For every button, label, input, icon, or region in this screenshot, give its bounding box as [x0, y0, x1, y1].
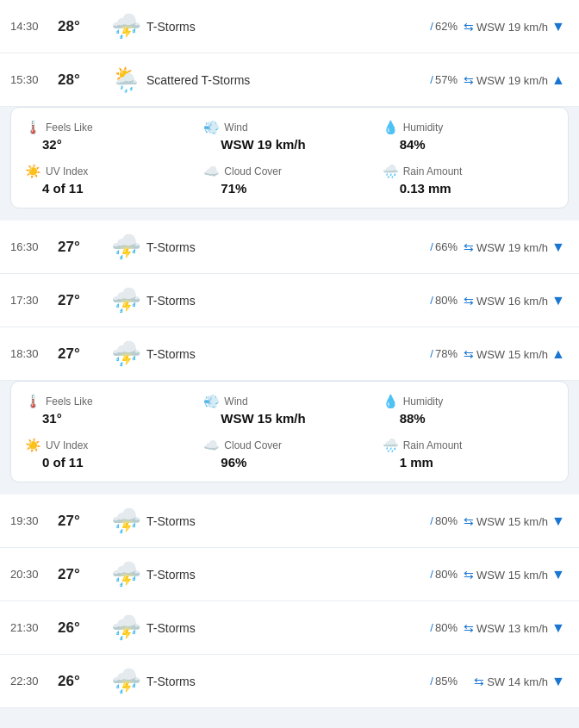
row-temp: 27°: [58, 345, 105, 363]
weather-row[interactable]: 17:30 27° ⛈️ T-Storms /80% ⇆WSW 16 km/h …: [0, 274, 579, 327]
rain-icon: 🌧️: [383, 164, 399, 179]
weather-row[interactable]: 19:30 27° ⛈️ T-Storms /80% ⇆WSW 15 km/h …: [0, 495, 579, 548]
wind-icon: ⇆: [464, 621, 474, 635]
row-temp: 26°: [58, 673, 105, 690]
row-time: 21:30: [10, 621, 58, 634]
precip-slash-icon: /: [430, 347, 433, 360]
weather-row[interactable]: 18:30 27° ⛈️ T-Storms /78% ⇆WSW 15 km/h …: [0, 327, 579, 381]
row-wind: ⇆WSW 19 km/h: [458, 240, 548, 254]
row-precip: /80%: [413, 621, 458, 634]
wind-detail-icon: 💨: [203, 120, 220, 135]
rain-label: 🌧️ Rain Amount: [383, 164, 554, 179]
humidity-item: 💧 Humidity 84%: [383, 120, 554, 152]
wind-icon: ⇆: [474, 675, 484, 688]
uv-icon: ☀️: [25, 164, 41, 179]
humidity-icon: 💧: [383, 120, 399, 135]
wind-item: 💨 Wind WSW 15 km/h: [203, 394, 375, 426]
rain-label: 🌧️ Rain Amount: [383, 438, 554, 453]
wind-icon: ⇆: [464, 514, 474, 528]
wind-item: 💨 Wind WSW 19 km/h: [203, 120, 375, 152]
row-time: 14:30: [10, 20, 58, 33]
row-precip: /66%: [413, 240, 458, 253]
thermometer-icon: 🌡️: [25, 394, 41, 409]
cloud-label: ☁️ Cloud Cover: [203, 438, 375, 453]
expand-chevron[interactable]: ▼: [548, 620, 569, 636]
row-condition: T-Storms: [146, 347, 413, 361]
row-precip: /78%: [413, 347, 458, 360]
row-temp: 26°: [58, 619, 105, 637]
row-wind: ⇆WSW 13 km/h: [458, 621, 548, 635]
row-time: 15:30: [10, 73, 58, 86]
weather-row[interactable]: 15:30 28° 🌦️ Scattered T-Storms /57% ⇆WS…: [0, 53, 579, 107]
weather-icon: ⛈️: [105, 613, 146, 642]
row-temp: 27°: [58, 566, 105, 583]
row-wind: ⇆WSW 15 km/h: [458, 568, 548, 582]
row-precip: /62%: [413, 20, 458, 33]
row-condition: T-Storms: [146, 240, 413, 254]
wind-detail-icon: 💨: [203, 394, 220, 409]
wind-label: 💨 Wind: [203, 120, 375, 135]
wind-icon: ⇆: [464, 294, 474, 308]
row-condition: T-Storms: [146, 514, 413, 528]
row-wind: ⇆WSW 19 km/h: [458, 20, 548, 34]
detail-panel: 🌡️ Feels Like 32° 💨 Wind WSW 19 km/h 💧 H…: [10, 107, 569, 208]
row-condition: Scattered T-Storms: [146, 73, 413, 87]
uv-icon: ☀️: [25, 438, 41, 453]
wind-value: WSW 19 km/h: [203, 137, 375, 152]
cloud-value: 96%: [203, 455, 375, 470]
row-temp: 27°: [58, 292, 105, 309]
wind-icon: ⇆: [464, 568, 474, 582]
weather-icon: ⛈️: [105, 286, 146, 314]
weather-icon: ⛈️: [105, 507, 146, 535]
precip-slash-icon: /: [430, 514, 433, 527]
cloud-icon: ☁️: [203, 438, 220, 453]
row-time: 18:30: [10, 347, 58, 360]
expand-chevron[interactable]: ▲: [548, 346, 569, 362]
thermometer-icon: 🌡️: [25, 120, 41, 135]
uv-label: ☀️ UV Index: [25, 164, 196, 179]
expand-chevron[interactable]: ▼: [548, 293, 569, 308]
row-wind: ⇆WSW 16 km/h: [458, 294, 548, 308]
expand-chevron[interactable]: ▼: [548, 674, 569, 689]
row-time: 19:30: [10, 514, 58, 527]
precip-slash-icon: /: [430, 20, 433, 33]
weather-icon: ⛈️: [105, 560, 146, 588]
precip-slash-icon: /: [430, 675, 433, 688]
weather-icon: ⛈️: [105, 12, 146, 40]
row-precip: /57%: [413, 73, 458, 86]
precip-slash-icon: /: [430, 294, 433, 307]
row-temp: 28°: [58, 72, 105, 89]
row-temp: 28°: [58, 18, 105, 35]
cloud-label: ☁️ Cloud Cover: [203, 164, 375, 179]
cloud-item: ☁️ Cloud Cover 71%: [203, 164, 375, 196]
row-precip: /80%: [413, 514, 458, 527]
row-wind: ⇆WSW 19 km/h: [458, 73, 548, 87]
feels-like-label: 🌡️ Feels Like: [25, 120, 196, 135]
weather-row[interactable]: 14:30 28° ⛈️ T-Storms /62% ⇆WSW 19 km/h …: [0, 0, 579, 53]
expand-chevron[interactable]: ▼: [548, 513, 569, 529]
expand-chevron[interactable]: ▼: [548, 567, 569, 582]
row-temp: 27°: [58, 513, 105, 530]
expand-chevron[interactable]: ▼: [548, 19, 569, 34]
feels-like-item: 🌡️ Feels Like 31°: [25, 394, 196, 426]
uv-item: ☀️ UV Index 4 of 11: [25, 164, 196, 196]
weather-icon: ⛈️: [105, 667, 146, 695]
cloud-item: ☁️ Cloud Cover 96%: [203, 438, 375, 470]
weather-icon: ⛈️: [105, 233, 146, 261]
feels-like-item: 🌡️ Feels Like 32°: [25, 120, 196, 152]
expand-chevron[interactable]: ▲: [548, 72, 569, 88]
expand-chevron[interactable]: ▼: [548, 240, 569, 255]
weather-row[interactable]: 21:30 26° ⛈️ T-Storms /80% ⇆WSW 13 km/h …: [0, 601, 579, 655]
wind-icon: ⇆: [464, 240, 474, 254]
rain-value: 1 mm: [383, 455, 554, 470]
row-time: 20:30: [10, 568, 58, 581]
humidity-item: 💧 Humidity 88%: [383, 394, 554, 426]
rain-item: 🌧️ Rain Amount 1 mm: [383, 438, 554, 470]
weather-row[interactable]: 20:30 27° ⛈️ T-Storms /80% ⇆WSW 15 km/h …: [0, 548, 579, 601]
weather-row[interactable]: 16:30 27° ⛈️ T-Storms /66% ⇆WSW 19 km/h …: [0, 221, 579, 274]
weather-row[interactable]: 22:30 26° ⛈️ T-Storms /85% ⇆SW 14 km/h ▼: [0, 655, 579, 708]
humidity-label: 💧 Humidity: [383, 120, 554, 135]
row-condition: T-Storms: [146, 621, 413, 635]
wind-value: WSW 15 km/h: [203, 411, 375, 426]
rain-value: 0.13 mm: [383, 181, 554, 196]
